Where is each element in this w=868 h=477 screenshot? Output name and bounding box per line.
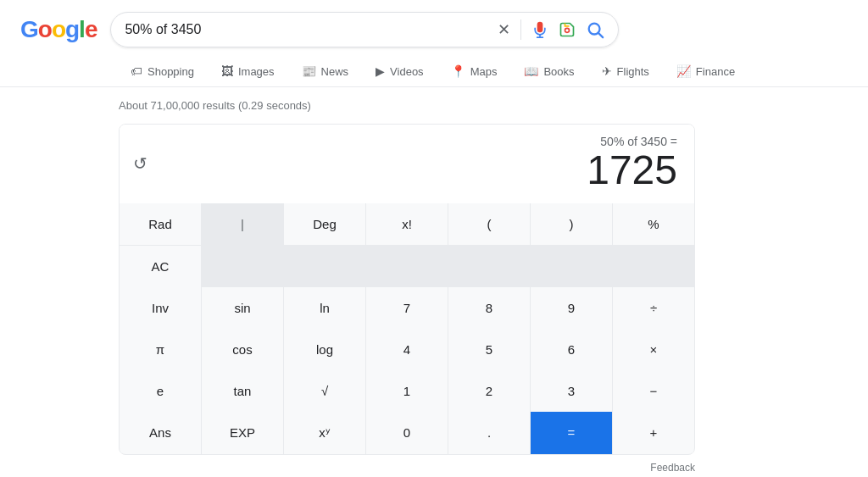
search-button-icon[interactable] xyxy=(586,20,604,39)
books-icon: 📖 xyxy=(524,64,538,78)
btn-decimal[interactable]: . xyxy=(448,412,530,454)
btn-8[interactable]: 8 xyxy=(448,287,530,329)
clear-icon[interactable]: ✕ xyxy=(498,20,510,39)
btn-4[interactable]: 4 xyxy=(366,329,448,370)
btn-1[interactable]: 1 xyxy=(366,370,448,412)
tab-flights-label: Flights xyxy=(617,65,649,78)
btn-plus[interactable]: + xyxy=(613,412,694,454)
btn-cos[interactable]: cos xyxy=(202,329,283,370)
calc-display: ↺ 50% of 3450 = 1725 xyxy=(120,125,694,203)
tab-finance-label: Finance xyxy=(696,65,735,78)
results-count: About 71,00,000 results (0.29 seconds) xyxy=(119,99,749,112)
btn-divide[interactable]: ÷ xyxy=(613,287,694,329)
btn-rad[interactable]: Rad xyxy=(120,203,201,245)
btn-e[interactable]: e xyxy=(120,370,201,412)
tab-shopping[interactable]: 🏷 Shopping xyxy=(119,56,206,86)
btn-multiply[interactable]: × xyxy=(613,329,694,370)
divider xyxy=(520,19,521,40)
btn-tan[interactable]: tan xyxy=(202,370,283,412)
btn-7[interactable]: 7 xyxy=(366,287,448,329)
btn-ans[interactable]: Ans xyxy=(120,412,201,454)
calculator-card: ↺ 50% of 3450 = 1725 Rad | Deg x! ( ) % … xyxy=(119,124,695,455)
btn-3[interactable]: 3 xyxy=(531,370,612,412)
tab-images-label: Images xyxy=(238,65,275,78)
svg-point-2 xyxy=(565,28,570,32)
calc-expression: 50% of 3450 = xyxy=(587,135,677,148)
tab-maps[interactable]: 📍 Maps xyxy=(439,56,509,86)
btn-sin[interactable]: sin xyxy=(202,287,283,329)
calc-result: 1725 xyxy=(587,148,677,193)
tab-finance[interactable]: 📈 Finance xyxy=(665,56,747,86)
search-bar: ✕ xyxy=(110,12,619,47)
tab-shopping-label: Shopping xyxy=(147,65,194,78)
calc-row-3: π cos log 4 5 6 × xyxy=(120,329,694,370)
btn-ac[interactable]: AC xyxy=(120,246,201,287)
search-input[interactable] xyxy=(125,22,489,37)
btn-equals[interactable]: = xyxy=(531,412,612,454)
feedback-link[interactable]: Feedback xyxy=(650,462,695,474)
history-icon[interactable]: ↺ xyxy=(133,153,147,174)
svg-line-4 xyxy=(599,33,604,37)
btn-open-paren[interactable]: ( xyxy=(448,203,530,245)
tab-flights[interactable]: ✈ Flights xyxy=(590,56,661,86)
tab-news[interactable]: 📰 News xyxy=(290,56,361,86)
btn-ln[interactable]: ln xyxy=(284,287,365,329)
flights-icon: ✈ xyxy=(602,64,612,78)
btn-percent[interactable]: % xyxy=(613,203,694,245)
nav-tabs: 🏷 Shopping 🖼 Images 📰 News ▶ Videos 📍 Ma… xyxy=(0,56,868,87)
mic-icon[interactable] xyxy=(531,21,548,38)
camera-icon[interactable] xyxy=(559,21,576,38)
btn-close-paren[interactable]: ) xyxy=(531,203,612,245)
tab-news-label: News xyxy=(321,65,349,78)
tab-books-label: Books xyxy=(543,65,574,78)
images-icon: 🖼 xyxy=(221,64,233,78)
btn-pi[interactable]: π xyxy=(120,329,201,370)
tab-maps-label: Maps xyxy=(470,65,498,78)
google-logo: Google xyxy=(20,16,97,43)
results-area: About 71,00,000 results (0.29 seconds) ↺… xyxy=(0,87,868,477)
calc-buttons: Rad | Deg x! ( ) % AC Inv sin ln 7 8 9 ÷ xyxy=(120,203,694,454)
btn-pipe: | xyxy=(202,203,283,245)
btn-9[interactable]: 9 xyxy=(531,287,612,329)
btn-6[interactable]: 6 xyxy=(531,329,612,370)
videos-icon: ▶ xyxy=(376,64,385,78)
btn-minus[interactable]: − xyxy=(613,370,694,412)
btn-exp[interactable]: EXP xyxy=(202,412,283,454)
feedback-row: Feedback xyxy=(119,455,695,477)
calc-row-4: e tan √ 1 2 3 − xyxy=(120,370,694,412)
btn-inv[interactable]: Inv xyxy=(120,287,201,329)
shopping-icon: 🏷 xyxy=(131,64,142,78)
calc-row-2: Inv sin ln 7 8 9 ÷ xyxy=(120,287,694,329)
tab-books[interactable]: 📖 Books xyxy=(512,56,586,86)
calc-result-area: 50% of 3450 = 1725 xyxy=(587,135,677,193)
header: Google ✕ xyxy=(0,0,868,56)
tab-videos[interactable]: ▶ Videos xyxy=(364,56,436,86)
calc-row-1: Rad | Deg x! ( ) % AC xyxy=(120,203,694,287)
btn-0[interactable]: 0 xyxy=(366,412,448,454)
btn-log[interactable]: log xyxy=(284,329,365,370)
finance-icon: 📈 xyxy=(676,64,691,78)
tab-images[interactable]: 🖼 Images xyxy=(209,56,287,86)
search-icons: ✕ xyxy=(498,19,604,40)
btn-factorial[interactable]: x! xyxy=(366,203,448,245)
btn-sqrt[interactable]: √ xyxy=(284,370,365,412)
btn-5[interactable]: 5 xyxy=(448,329,530,370)
tab-videos-label: Videos xyxy=(390,65,424,78)
calc-row-5: Ans EXP xʸ 0 . = + xyxy=(120,412,694,454)
btn-power[interactable]: xʸ xyxy=(284,412,365,454)
btn-deg[interactable]: Deg xyxy=(284,203,365,245)
maps-icon: 📍 xyxy=(451,64,465,78)
btn-2[interactable]: 2 xyxy=(448,370,530,412)
news-icon: 📰 xyxy=(302,64,316,78)
